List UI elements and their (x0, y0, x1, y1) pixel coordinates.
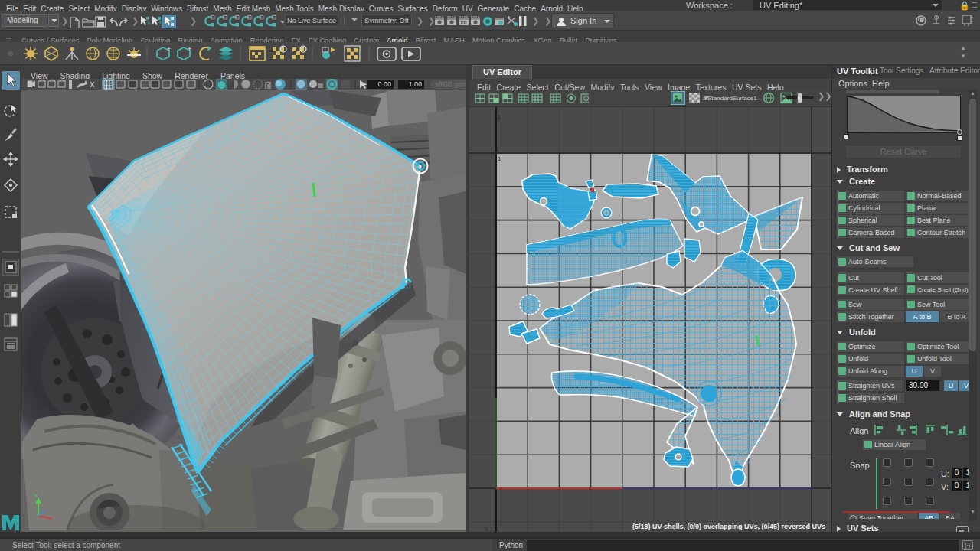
svg-text:Y: Y (34, 492, 38, 499)
svg-text:1: 1 (498, 155, 501, 162)
svg-text:(5/18) UV shells, (0/0) overla: (5/18) UV shells, (0/0) overlapping UVs,… (632, 523, 825, 530)
svg-text:1: 1 (498, 114, 501, 121)
svg-text:+: + (188, 45, 191, 53)
svg-text:+: + (167, 45, 171, 53)
